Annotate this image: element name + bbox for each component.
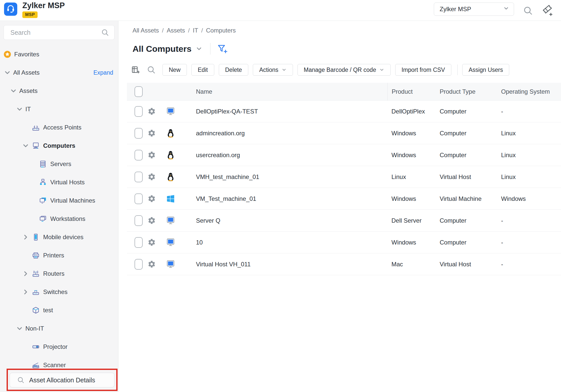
chevron-down-icon[interactable] <box>4 69 11 76</box>
gear-icon[interactable] <box>144 173 159 181</box>
button-label: Assign Users <box>469 67 503 73</box>
sidebar-item-non-it[interactable]: Non-IT <box>0 319 118 338</box>
asset-name[interactable]: VM_Test_machine_01 <box>182 195 387 202</box>
tree-item-label: Projector <box>43 343 68 350</box>
row-checkbox[interactable] <box>135 172 143 182</box>
asset-product: Windows <box>387 239 440 246</box>
select-all-checkbox[interactable] <box>135 86 143 97</box>
chevron-down-icon[interactable] <box>22 142 29 150</box>
actions-button[interactable]: Actions <box>253 64 293 76</box>
row-checkbox[interactable] <box>135 259 143 270</box>
asset-name[interactable]: Virtual Host VH_011 <box>182 261 387 268</box>
expand-link[interactable]: Expand <box>93 69 113 76</box>
column-header-product[interactable]: Product <box>387 83 440 101</box>
breadcrumb-item-all-assets[interactable]: All Assets <box>133 27 159 34</box>
new-button[interactable]: New <box>162 64 187 76</box>
sidebar-item-workstations[interactable]: Workstations <box>0 210 118 228</box>
asset-operating-system: Linux <box>501 152 561 159</box>
breadcrumb-item-computers[interactable]: Computers <box>206 27 236 34</box>
asset-name[interactable]: VMH_test_machine_01 <box>182 173 387 181</box>
asset-table: Name Product Product Type Operating Syst… <box>127 83 561 275</box>
tree-item-label: Switches <box>43 288 68 296</box>
sidebar-item-switches[interactable]: Switches <box>0 283 118 301</box>
table-row-delloptiplex-qa-test: DellOptiPlex-QA-TEST DellOptiPlex Comput… <box>127 101 561 122</box>
sidebar-item-favorites[interactable]: Favorites <box>0 45 118 63</box>
gear-icon[interactable] <box>144 151 159 159</box>
row-checkbox[interactable] <box>135 193 143 204</box>
gear-icon[interactable] <box>144 129 159 137</box>
view-selector-chevron-down-icon[interactable] <box>195 45 203 52</box>
gear-icon[interactable] <box>144 107 159 116</box>
sidebar-search-input[interactable] <box>4 29 101 36</box>
asset-name[interactable]: DellOptiPlex-QA-TEST <box>182 108 387 115</box>
computers-icon <box>31 141 40 150</box>
breadcrumb-item-assets[interactable]: Assets <box>167 27 185 34</box>
scanner-icon <box>31 361 40 369</box>
import-from-csv-button[interactable]: Import from CSV <box>395 64 451 76</box>
delete-button[interactable]: Delete <box>219 64 248 76</box>
chevron-right-icon[interactable] <box>22 288 29 296</box>
breadcrumb-item-it[interactable]: IT <box>193 27 198 34</box>
monitor-icon <box>166 216 175 225</box>
chevron-down-icon[interactable] <box>16 105 23 113</box>
asset-name[interactable]: 10 <box>182 239 387 246</box>
org-selector[interactable]: Zylker MSP <box>434 3 514 16</box>
virtual-hosts-icon <box>39 178 47 187</box>
monitor-icon <box>166 107 175 116</box>
sidebar-item-assets[interactable]: Assets <box>0 82 118 100</box>
toolbar: NewEditDeleteActionsManage Barcode / QR … <box>131 64 514 76</box>
asset-allocation-details-label: Asset Allocation Details <box>29 377 95 384</box>
sidebar-item-computers[interactable]: Computers <box>0 137 118 155</box>
sidebar-item-all-assets[interactable]: All Assets Expand <box>0 63 118 82</box>
chevron-right-icon[interactable] <box>22 233 29 241</box>
tree-item-label: IT <box>25 106 31 113</box>
asset-product-type: Computer <box>440 108 501 115</box>
sidebar-item-routers[interactable]: Routers <box>0 265 118 283</box>
ticket-add-icon[interactable] <box>542 4 554 16</box>
column-header-product-type[interactable]: Product Type <box>440 88 501 95</box>
sidebar-item-it[interactable]: IT <box>0 100 118 118</box>
asset-allocation-details-field[interactable]: Asset Allocation Details <box>10 373 114 387</box>
filter-add-icon[interactable] <box>217 44 228 54</box>
sidebar-item-access-points[interactable]: Access Points <box>0 118 118 137</box>
row-checkbox[interactable] <box>135 128 143 139</box>
gear-icon[interactable] <box>144 194 159 203</box>
virtual-machines-icon <box>39 196 47 205</box>
button-label: Manage Barcode / QR code <box>304 67 376 73</box>
manage-barcode-qr-code-button[interactable]: Manage Barcode / QR code <box>298 64 391 76</box>
add-column-icon[interactable] <box>131 65 140 74</box>
table-row-admincreation-org: admincreation.org Windows Computer Linux <box>127 122 561 144</box>
row-checkbox[interactable] <box>135 215 143 226</box>
projector-icon <box>31 342 40 351</box>
sidebar-item-projector[interactable]: Projector <box>0 338 118 356</box>
edit-button[interactable]: Edit <box>191 64 214 76</box>
global-search-icon[interactable] <box>523 6 533 16</box>
sidebar-item-mobile-devices[interactable]: Mobile devices <box>0 228 118 246</box>
table-row-virtual-host-vh-011: Virtual Host VH_011 Mac Virtual Host - <box>127 253 561 275</box>
sidebar-item-servers[interactable]: Servers <box>0 155 118 173</box>
row-checkbox[interactable] <box>135 106 143 117</box>
asset-name[interactable]: admincreation.org <box>182 130 387 137</box>
asset-operating-system: Linux <box>501 130 561 137</box>
chevron-down-icon[interactable] <box>10 87 17 95</box>
column-header-name[interactable]: Name <box>182 88 387 95</box>
chevron-down-icon[interactable] <box>16 325 23 332</box>
column-header-operating-system[interactable]: Operating System <box>501 88 561 95</box>
row-checkbox[interactable] <box>135 237 143 248</box>
sidebar-search-box <box>4 25 114 40</box>
sidebar-item-virtual-hosts[interactable]: Virtual Hosts <box>0 173 118 191</box>
sidebar-item-printers[interactable]: Printers <box>0 246 118 265</box>
table-row-10: 10 Windows Computer - <box>127 232 561 253</box>
sidebar-item-test[interactable]: test <box>0 301 118 319</box>
table-search-icon[interactable] <box>147 65 156 74</box>
asset-name[interactable]: Server Q <box>182 217 387 224</box>
sidebar-item-virtual-machines[interactable]: Virtual Machines <box>0 191 118 210</box>
asset-name[interactable]: usercreation.org <box>182 152 387 159</box>
gear-icon[interactable] <box>144 216 159 225</box>
gear-icon[interactable] <box>144 238 159 247</box>
chevron-right-icon[interactable] <box>22 270 29 277</box>
gear-icon[interactable] <box>144 260 159 268</box>
assign-users-button[interactable]: Assign Users <box>462 64 509 76</box>
asset-product: Dell Server <box>387 217 440 224</box>
row-checkbox[interactable] <box>135 150 143 160</box>
